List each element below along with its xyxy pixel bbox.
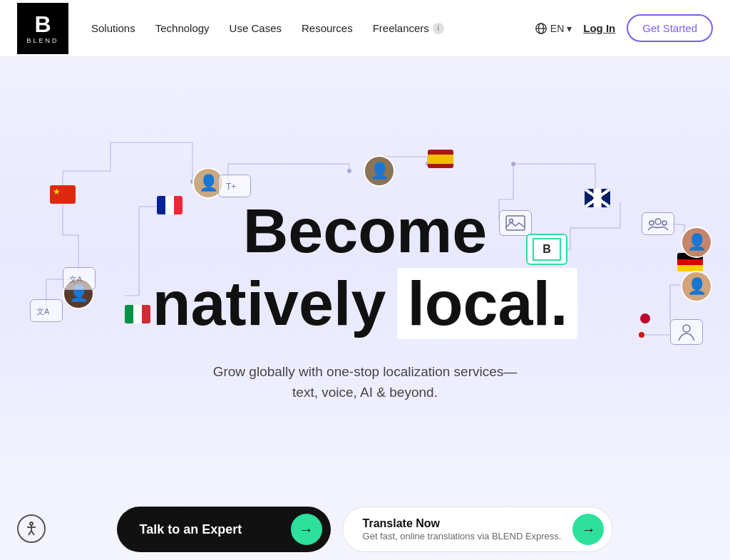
svg-point-7 <box>511 162 515 166</box>
svg-point-3 <box>61 195 65 199</box>
logo-text: BLEND <box>26 37 58 44</box>
flag-spain <box>428 150 453 168</box>
arrow-right-icon-2: → <box>581 522 595 538</box>
local-text-box: local. <box>397 268 577 339</box>
hero-title-line2: natively <box>153 271 386 336</box>
svg-line-24 <box>31 531 34 535</box>
logo[interactable]: B BLEND <box>17 3 68 54</box>
nav-technology[interactable]: Technology <box>155 22 210 34</box>
info-icon: i <box>433 23 444 34</box>
accessibility-button[interactable] <box>17 514 46 543</box>
nav-links: Solutions Technology Use Cases Resources… <box>91 22 535 34</box>
nav-freelancers[interactable]: Freelancers i <box>373 22 444 34</box>
nav-resources[interactable]: Resources <box>302 22 353 34</box>
hero-content: Become natively local. Grow globally wit… <box>0 199 730 403</box>
svg-point-20 <box>30 522 33 525</box>
globe-icon <box>535 22 548 35</box>
lang-label: EN <box>550 23 564 34</box>
arrow-right-icon: → <box>299 522 314 538</box>
cta-row: Talk to an Expert → Translate Now Get fa… <box>0 499 730 560</box>
translate-now-button[interactable]: Translate Now Get fast, online translati… <box>342 507 614 552</box>
navbar: B BLEND Solutions Technology Use Cases R… <box>0 0 730 57</box>
logo-letter: B <box>34 13 51 36</box>
expert-arrow-icon: → <box>291 514 322 545</box>
translate-arrow-icon: → <box>572 514 604 545</box>
svg-line-23 <box>29 531 31 535</box>
avatar-1: 👤 <box>192 167 224 199</box>
talk-to-expert-label: Talk to an Expert <box>140 522 279 537</box>
svg-text:T+: T+ <box>226 182 236 192</box>
translate-now-title: Translate Now <box>363 517 562 530</box>
avatar-2: 👤 <box>364 155 395 187</box>
lang-arrow: ▾ <box>567 23 572 34</box>
translate-now-texts: Translate Now Get fast, online translati… <box>363 517 562 541</box>
svg-point-5 <box>347 169 351 173</box>
nav-freelancers-label: Freelancers <box>373 22 429 34</box>
nav-use-cases[interactable]: Use Cases <box>230 22 282 34</box>
translate-icon-1: T+ <box>218 175 251 197</box>
svg-point-6 <box>426 162 430 166</box>
language-selector[interactable]: EN ▾ <box>535 22 572 35</box>
accessibility-icon <box>24 521 39 536</box>
translate-now-subtitle: Get fast, online translations via BLEND … <box>363 531 562 541</box>
login-button[interactable]: Log In <box>583 22 615 34</box>
hero-subtitle-line1: Grow globally with one-stop localization… <box>0 362 730 383</box>
talk-to-expert-button[interactable]: Talk to an Expert → <box>117 507 331 552</box>
nav-right: EN ▾ Log In Get Started <box>535 14 713 42</box>
nav-solutions[interactable]: Solutions <box>91 22 135 34</box>
hero-subtitle: Grow globally with one-stop localization… <box>0 362 730 403</box>
hero-title-line2b: local. <box>397 268 577 339</box>
hero-subtitle-line2: text, voice, AI & beyond. <box>0 383 730 403</box>
hero-title-line1: Become <box>0 199 730 262</box>
hero-section: 👤 👤 👤 👤 👤 T+ 文A 文A <box>0 57 730 560</box>
get-started-button[interactable]: Get Started <box>627 14 713 42</box>
svg-point-4 <box>190 180 195 184</box>
